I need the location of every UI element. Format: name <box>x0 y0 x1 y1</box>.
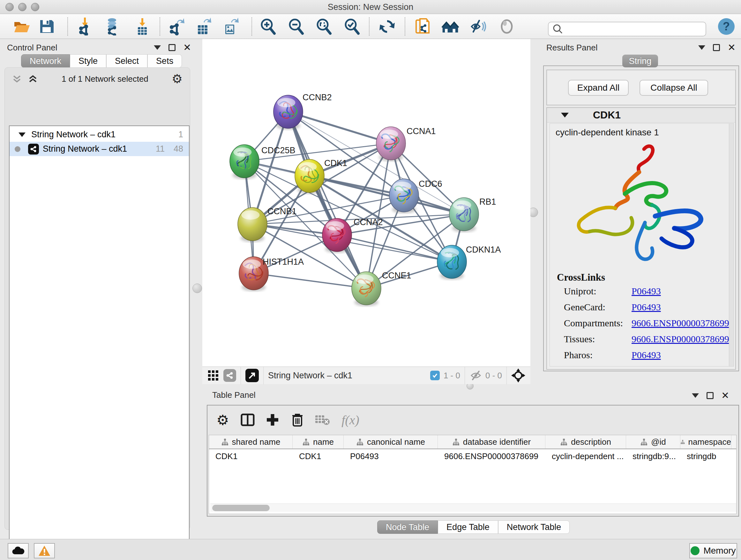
column-header-canonical-name[interactable]: canonical name <box>344 435 438 449</box>
help-button[interactable]: ? <box>718 17 735 36</box>
results-panel-close-icon[interactable]: ✕ <box>728 44 736 51</box>
column-header-description[interactable]: description <box>545 435 626 449</box>
node-label-CCNE1: CCNE1 <box>382 271 411 280</box>
edge-CCNB2-CCNA1[interactable] <box>288 112 391 143</box>
tab-node-table[interactable]: Node Table <box>377 520 438 534</box>
network-graph[interactable]: CCNB2CCNA1CDC25BCDK1CDC6RB1CCNB1CCNA2CDK… <box>202 39 530 367</box>
network-collection-row[interactable]: String Network – cdk1 1 <box>10 127 189 142</box>
cloud-button[interactable] <box>8 543 29 558</box>
crosslink-link[interactable]: P06493 <box>631 302 661 313</box>
collapse-all-button[interactable]: Collapse All <box>639 80 708 96</box>
node-CCNE1[interactable]: CCNE1 <box>352 271 411 306</box>
table-panel-float-icon[interactable] <box>706 392 714 399</box>
results-panel-float-icon[interactable] <box>713 44 720 51</box>
table-panel-close-icon[interactable]: ✕ <box>721 392 729 399</box>
column-header-name[interactable]: name <box>293 435 344 449</box>
left-splitter-handle[interactable] <box>192 284 202 293</box>
node-CCNA1[interactable]: CCNA1 <box>376 126 436 161</box>
tree-expander-icon[interactable] <box>18 132 25 137</box>
column-header-database-identifier[interactable]: database identifier <box>438 435 545 449</box>
organisms-button[interactable] <box>441 17 459 36</box>
import-network-icon <box>77 17 94 36</box>
network-badge-icon[interactable] <box>223 369 236 382</box>
zoom-fit-button[interactable] <box>315 17 333 36</box>
control-panel-float-icon[interactable] <box>169 44 176 51</box>
expand-all-button[interactable]: Expand All <box>568 80 629 96</box>
node-CDC25B[interactable]: CDC25B <box>230 145 295 179</box>
node-table[interactable]: shared namenamecanonical namedatabase id… <box>209 435 737 514</box>
node-HIST1H1A[interactable]: HIST1H1A <box>239 257 304 291</box>
results-tab-string[interactable]: String <box>622 55 658 67</box>
control-panel-close-icon[interactable]: ✕ <box>183 44 191 51</box>
network-collection-label: String Network – cdk1 <box>31 130 116 139</box>
selected-checkbox-icon[interactable] <box>430 371 440 380</box>
network-canvas[interactable]: CCNB2CCNA1CDC25BCDK1CDC6RB1CCNB1CCNA2CDK… <box>202 39 530 367</box>
network-row-selected[interactable]: String Network – cdk1 11 48 <box>10 142 189 156</box>
crosslink-link[interactable]: 9606.ENSP00000378699 <box>631 318 729 328</box>
tab-select[interactable]: Select <box>106 54 147 68</box>
export-table-button[interactable] <box>194 17 212 36</box>
node-CCNB1[interactable]: CCNB1 <box>238 206 297 242</box>
search-input[interactable] <box>563 24 705 34</box>
column-header-id[interactable]: @id <box>626 435 680 449</box>
node-RB1[interactable]: RB1 <box>449 197 496 232</box>
table-row[interactable]: CDK1CDK1P064939606.ENSP00000378699cyclin… <box>209 449 736 463</box>
tab-edge-table[interactable]: Edge Table <box>438 520 498 534</box>
import-network-from-database-button[interactable] <box>104 17 122 36</box>
export-image-button[interactable] <box>221 17 239 36</box>
crosslink-link[interactable]: P06493 <box>631 350 661 361</box>
save-session-button[interactable] <box>38 17 56 36</box>
results-panel-collapse-icon[interactable] <box>698 45 705 50</box>
tab-style[interactable]: Style <box>70 54 106 68</box>
warnings-button[interactable] <box>34 543 55 558</box>
table-horizontal-scrollbar[interactable] <box>210 503 737 512</box>
crosslink-link[interactable]: P06493 <box>631 286 661 297</box>
enable-glass-ball-button[interactable] <box>469 17 487 36</box>
import-network-file-button[interactable] <box>77 17 94 36</box>
zoom-out-button[interactable] <box>287 17 305 36</box>
refresh-view-button[interactable] <box>378 17 396 36</box>
edge-HIST1H1A-CCNE1[interactable] <box>254 273 366 288</box>
node-label-CDC6: CDC6 <box>419 179 442 189</box>
node-CDKN1A[interactable]: CDKN1A <box>437 245 501 280</box>
delete-column-button[interactable] <box>288 410 307 429</box>
delete-table-button[interactable] <box>313 410 332 429</box>
node-CDK1[interactable]: CDK1 <box>295 159 347 194</box>
fit-content-crosshair-icon[interactable] <box>511 368 525 382</box>
column-header-namespace[interactable]: namespace <box>680 435 731 449</box>
crosslink-link[interactable]: 9606.ENSP00000378699 <box>631 334 729 345</box>
edge-CCNA2-CDKN1A[interactable] <box>337 235 452 262</box>
export-network-button[interactable] <box>167 17 185 36</box>
table-options-button[interactable]: ⚙ <box>213 410 232 429</box>
search-box[interactable] <box>548 22 706 37</box>
protein-expander-icon[interactable] <box>561 113 569 118</box>
show-columns-button[interactable] <box>238 410 257 429</box>
column-header-shared-name[interactable]: shared name <box>209 435 293 449</box>
function-builder-button[interactable]: f(x) <box>341 410 360 429</box>
tab-network-table[interactable]: Network Table <box>498 520 570 534</box>
network-options-gear-icon[interactable]: ⚙ <box>172 72 183 86</box>
expand-all-networks-icon[interactable] <box>27 73 38 84</box>
open-session-button[interactable] <box>13 17 30 36</box>
memory-button[interactable]: Memory <box>689 543 737 558</box>
node-CCNB2[interactable]: CCNB2 <box>273 92 332 130</box>
show-glass-ball-button[interactable] <box>498 17 516 36</box>
collapse-all-networks-icon[interactable] <box>11 73 22 84</box>
protein-header[interactable]: CDK1 <box>547 108 735 123</box>
tab-network[interactable]: Network <box>21 54 70 68</box>
tab-sets[interactable]: Sets <box>147 54 182 68</box>
birdseye-toggle-icon[interactable] <box>246 369 259 382</box>
control-panel-collapse-icon[interactable] <box>154 45 161 50</box>
scrollbar-thumb[interactable] <box>212 505 270 511</box>
create-column-button[interactable] <box>263 410 282 429</box>
string-protein-query-button[interactable] <box>414 17 432 36</box>
results-scrollbar[interactable] <box>729 123 734 367</box>
node-gloss <box>233 147 252 157</box>
zoom-in-button[interactable] <box>259 17 277 36</box>
zoom-selected-button[interactable] <box>343 17 361 36</box>
grid-view-icon[interactable] <box>207 370 219 381</box>
fx-label: f(x) <box>341 413 359 428</box>
table-panel-collapse-icon[interactable] <box>692 393 699 398</box>
import-table-file-button[interactable] <box>133 17 151 36</box>
node-CDC6[interactable]: CDC6 <box>389 179 442 213</box>
